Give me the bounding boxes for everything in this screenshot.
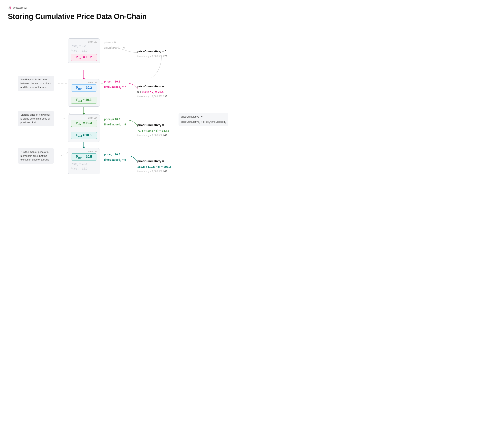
c3-formula: 153.8 + (10.5 * 5) = 206.3 xyxy=(137,164,171,169)
pi0-price: price0 = 0 xyxy=(104,40,125,45)
block-124-pstart: Pstart = 10.3 xyxy=(71,120,97,127)
pi1-time: timeElapsed1 = 7 xyxy=(104,84,126,90)
brand-name: Uniswap V2 xyxy=(13,6,26,9)
c3-timestamp: timestamp3 = 1,583,532,248 xyxy=(137,169,171,174)
price-info-1: price1 = 10.2 timeElapsed1 = 7 xyxy=(104,79,126,90)
c2-aside-formula: priceCumulative1 + price2*timeElapsed2 xyxy=(181,120,226,125)
c3-label: priceCumulative3 = xyxy=(137,158,171,164)
annotation-3: P is the market price at a moment in tim… xyxy=(18,148,54,164)
brand-bar: 🦄 Uniswap V2 xyxy=(8,6,244,10)
c2-formula: 71.4 + (10.3 * 8) = 153.8 xyxy=(137,128,169,133)
price-info-2: price2 = 10.3 timeElapsed2 = 8 xyxy=(104,117,126,127)
cumulative-0: priceCumulative0 = 0 timestamp0 = 1,583,… xyxy=(137,49,167,59)
block-125-price1: Price1 = 12.6 xyxy=(71,162,97,166)
annotation-1: timeElapsed is the time between the end … xyxy=(18,76,54,91)
block-123-dots: ... xyxy=(71,92,97,96)
block-124-dots: ... xyxy=(71,128,97,131)
cumulative-2: priceCumulative2 = 71.4 + (10.3 * 8) = 1… xyxy=(137,122,169,138)
block-123-pstart: Pstart = 10.2 xyxy=(71,84,97,91)
block-122-price2: Price2 = 11.2 xyxy=(71,49,97,53)
block-125: Block 125 Pstart = 10.5 Price1 = 12.6 Pr… xyxy=(68,148,100,174)
block-123-label: Block 123 xyxy=(71,81,97,84)
block-122: Block 122 Price1 = 9.2 Price2 = 11.2 Pen… xyxy=(68,38,100,63)
annotation-2-text: Starting price of new block is same as e… xyxy=(20,113,50,124)
block-124-pend: Pend = 10.5 xyxy=(71,132,97,139)
block-122-label: Block 122 xyxy=(71,41,97,43)
c1-timestamp: timestamp1 = 1,583,532,235 xyxy=(137,94,167,99)
price-info-0: price0 = 0 timeElapsed0 = 0 xyxy=(104,40,125,50)
c0-timestamp: timestamp0 = 1,583,532,228 xyxy=(137,54,167,59)
block-122-pend: Pend = 10.2 xyxy=(71,54,97,61)
block-124-label: Block 124 xyxy=(71,117,97,119)
price-info-3: price3 = 10.5 timeElapsed3 = 5 xyxy=(104,152,126,163)
cumulative-1: priceCumulative1 = 0 + (10.2 * 7) = 71.4… xyxy=(137,83,167,99)
c1-label: priceCumulative1 = xyxy=(137,83,167,89)
c1-formula: 0 + (10.2 * 7) = 71.4 xyxy=(137,89,167,94)
pi3-time: timeElapsed3 = 5 xyxy=(104,157,126,163)
block-122-price1: Price1 = 9.2 xyxy=(71,44,97,49)
c2-timestamp: timestamp2 = 1,583,532,243 xyxy=(137,133,169,138)
pi2-time: timeElapsed2 = 8 xyxy=(104,122,126,127)
pi1-price: price1 = 10.2 xyxy=(104,79,126,84)
block-123: Block 123 Pstart = 10.2 ... Pend = 10.3 xyxy=(68,79,100,107)
cumulative-3: priceCumulative3 = 153.8 + (10.5 * 5) = … xyxy=(137,158,171,174)
c0-label: priceCumulative0 = 0 xyxy=(137,49,167,54)
uniswap-icon: 🦄 xyxy=(8,6,12,10)
annotation-1-text: timeElapsed is the time between the end … xyxy=(20,78,51,89)
cumulative-2-aside: priceCumulative2 = priceCumulative1 + pr… xyxy=(179,113,228,126)
block-124: Block 124 Pstart = 10.3 ... Pend = 10.5 xyxy=(68,115,100,142)
page-title: Storing Cumulative Price Data On-Chain xyxy=(8,12,244,21)
annotation-2: Starting price of new block is same as e… xyxy=(18,111,54,126)
pi3-price: price3 = 10.5 xyxy=(104,152,126,157)
block-125-pstart: Pstart = 10.5 xyxy=(71,153,97,161)
pi2-price: price2 = 10.3 xyxy=(104,117,126,122)
block-125-price2: Price2 = 11.2 xyxy=(71,166,97,171)
annotation-3-text: P is the market price at a moment in tim… xyxy=(20,150,49,161)
block-125-label: Block 125 xyxy=(71,150,97,153)
block-123-pend: Pend = 10.3 xyxy=(71,97,97,104)
diagram-area: Block 122 Price1 = 9.2 Price2 = 11.2 Pen… xyxy=(8,27,244,203)
pi0-time: timeElapsed0 = 0 xyxy=(104,45,125,50)
c2-aside-label: priceCumulative2 = xyxy=(181,115,226,120)
c2-label: priceCumulative2 = xyxy=(137,122,169,128)
